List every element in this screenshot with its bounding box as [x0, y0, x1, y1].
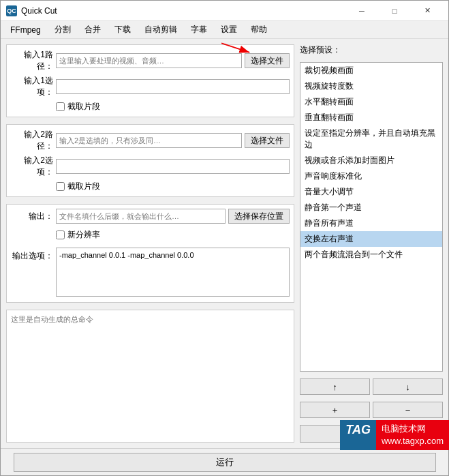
preset-move-buttons: ↑ ↓ — [300, 378, 443, 395]
window-title: Quick Cut — [21, 6, 57, 16]
preset-add-remove-buttons: + − — [300, 402, 443, 418]
input2-options-label: 输入2选项： — [11, 155, 53, 178]
app-icon: QC — [6, 5, 17, 16]
menu-item-FFmpeg[interactable]: FFmpeg — [3, 23, 48, 38]
menu-bar: FFmpeg分割合并下载自动剪辑字幕设置帮助 — [1, 21, 448, 39]
clip1-label: 截取片段 — [67, 101, 100, 113]
window-controls: ─ □ ✕ — [346, 1, 443, 21]
menu-item-设置[interactable]: 设置 — [214, 23, 244, 38]
input1-row: 输入1路径： 选择文件 — [11, 49, 290, 72]
output-options-row: 输出选项： — [11, 248, 290, 297]
input1-select-button[interactable]: 选择文件 — [245, 53, 290, 68]
watermark-site-line1: 电脑技术网 — [382, 423, 444, 435]
preset-item[interactable]: 水平翻转画面 — [300, 94, 442, 110]
input2-options-input[interactable] — [56, 159, 290, 174]
new-resolution-row: 新分辨率 — [56, 229, 290, 241]
preset-label: 选择预设： — [300, 44, 443, 56]
close-button[interactable]: ✕ — [412, 1, 443, 21]
clip1-checkbox[interactable] — [56, 102, 65, 111]
preset-item[interactable]: 裁切视频画面 — [300, 63, 442, 78]
content-area: 输入1路径： 选择文件 输入1选项： — [1, 39, 448, 448]
input1-options-label: 输入1选项： — [11, 75, 53, 98]
preset-add-button[interactable]: + — [300, 402, 370, 418]
watermark-site-line2: www.tagxp.com — [382, 435, 444, 447]
preset-item[interactable]: 两个音频流混合到一个文件 — [300, 247, 442, 263]
clip2-row: 截取片段 — [56, 181, 290, 192]
output-section: 输出： 选择保存位置 新分辨率 输出选项： — [6, 204, 294, 303]
preset-item[interactable]: 静音第一个声道 — [300, 200, 442, 215]
input1-section: 输入1路径： 选择文件 输入1选项： — [6, 44, 294, 117]
preset-remove-button[interactable]: − — [373, 402, 443, 418]
preset-item[interactable]: 垂直翻转画面 — [300, 110, 442, 125]
preset-up-button[interactable]: ↑ — [300, 378, 370, 395]
minimize-button[interactable]: ─ — [346, 1, 377, 21]
input1-label: 输入1路径： — [11, 49, 53, 72]
menu-item-自动剪辑[interactable]: 自动剪辑 — [138, 23, 184, 38]
input1-path[interactable] — [56, 53, 242, 68]
watermark: TAG 电脑技术网 www.tagxp.com — [340, 420, 449, 450]
input1-options-input[interactable] — [56, 79, 290, 94]
new-resolution-checkbox[interactable] — [56, 230, 65, 239]
input2-section: 输入2路径： 选择文件 输入2选项： 截取片段 — [6, 124, 294, 197]
command-section — [6, 310, 294, 443]
clip2-label: 截取片段 — [67, 181, 100, 192]
output-options-textarea[interactable] — [56, 248, 290, 297]
input2-select-button[interactable]: 选择文件 — [245, 133, 290, 148]
preset-item[interactable]: 静音所有声道 — [300, 215, 442, 231]
menu-item-合并[interactable]: 合并 — [78, 23, 108, 38]
main-window: QC Quick Cut ─ □ ✕ FFmpeg分割合并下载自动剪辑字幕设置帮… — [0, 0, 449, 476]
preset-item[interactable]: 声音响度标准化 — [300, 168, 442, 184]
output-label: 输出： — [11, 211, 53, 222]
output-row: 输出： 选择保存位置 — [11, 209, 290, 224]
input2-path[interactable] — [56, 133, 242, 148]
svg-line-1 — [221, 43, 249, 53]
input2-row: 输入2路径： 选择文件 — [11, 129, 290, 152]
input2-label: 输入2路径： — [11, 129, 53, 152]
right-panel: 选择预设： 裁切视频画面视频旋转度数水平翻转画面垂直翻转画面设定至指定分辨率，并… — [300, 44, 443, 443]
output-options-label: 输出选项： — [11, 248, 53, 262]
left-panel: 输入1路径： 选择文件 输入1选项： — [6, 44, 294, 443]
clip1-row: 截取片段 — [56, 101, 290, 113]
maximize-button[interactable]: □ — [379, 1, 410, 21]
bottom-bar: 运行 — [1, 448, 448, 475]
title-bar-left: QC Quick Cut — [6, 5, 57, 16]
preset-item[interactable]: 音量大小调节 — [300, 184, 442, 200]
preset-down-button[interactable]: ↓ — [373, 378, 443, 395]
menu-item-下载[interactable]: 下载 — [108, 23, 138, 38]
menu-item-字幕[interactable]: 字幕 — [184, 23, 214, 38]
output-select-button[interactable]: 选择保存位置 — [228, 209, 290, 224]
output-path[interactable] — [56, 209, 226, 224]
new-resolution-label: 新分辨率 — [67, 229, 100, 241]
input2-options-row: 输入2选项： — [11, 155, 290, 178]
command-textarea[interactable] — [11, 314, 290, 438]
watermark-tag: TAG — [340, 420, 376, 450]
preset-item[interactable]: 视频旋转度数 — [300, 78, 442, 94]
clip2-checkbox[interactable] — [56, 182, 65, 191]
menu-item-帮助[interactable]: 帮助 — [244, 23, 274, 38]
preset-item[interactable]: 交换左右声道 — [300, 231, 442, 247]
preset-list[interactable]: 裁切视频画面视频旋转度数水平翻转画面垂直翻转画面设定至指定分辨率，并且自动填充黑… — [300, 62, 443, 372]
watermark-text: 电脑技术网 www.tagxp.com — [376, 420, 449, 450]
title-bar: QC Quick Cut ─ □ ✕ — [1, 1, 448, 21]
preset-item[interactable]: 视频或音乐添加封面图片 — [300, 153, 442, 168]
run-button[interactable]: 运行 — [14, 453, 436, 472]
menu-item-分割[interactable]: 分割 — [48, 23, 78, 38]
input1-options-row: 输入1选项： — [11, 75, 290, 98]
preset-item[interactable]: 设定至指定分辨率，并且自动填充黑边 — [300, 125, 442, 153]
